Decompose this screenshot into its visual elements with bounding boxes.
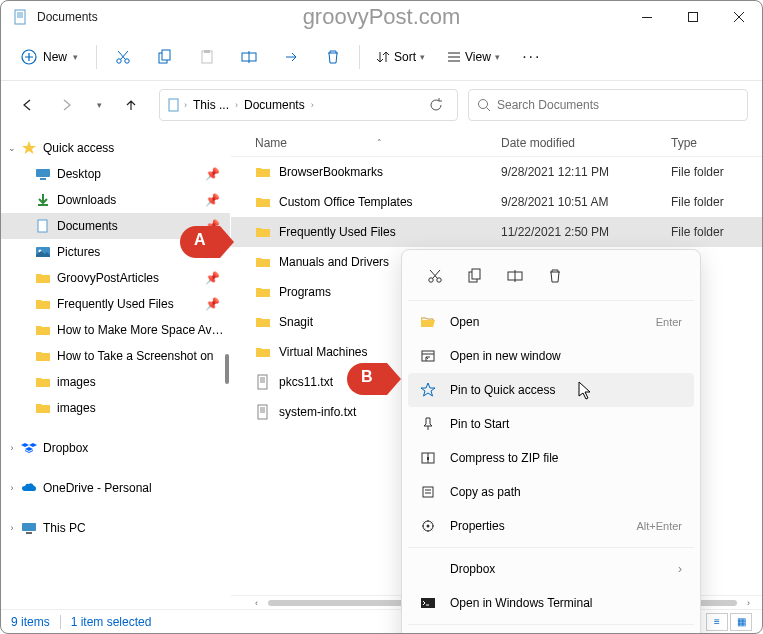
sidebar-item-frequently-used[interactable]: Frequently Used Files 📌 xyxy=(1,291,230,317)
sidebar-item-dropbox[interactable]: › Dropbox xyxy=(1,435,230,461)
scissors-icon xyxy=(427,268,443,284)
minimize-button[interactable] xyxy=(624,1,670,33)
ctx-pin-start[interactable]: Pin to Start xyxy=(408,407,694,441)
share-button[interactable] xyxy=(271,39,311,75)
address-bar[interactable]: › This ... › Documents › xyxy=(159,89,458,121)
search-input[interactable] xyxy=(497,98,739,112)
folder-icon xyxy=(255,284,271,300)
ctx-open[interactable]: Open Enter xyxy=(408,305,694,339)
more-button[interactable]: ··· xyxy=(512,39,552,75)
pin-icon xyxy=(420,416,436,432)
ctx-copy-path[interactable]: Copy as path xyxy=(408,475,694,509)
ctx-rename-button[interactable] xyxy=(496,260,534,292)
svg-rect-18 xyxy=(204,50,210,53)
ctx-open-new-window[interactable]: Open in new window xyxy=(408,339,694,373)
file-type: File folder xyxy=(671,225,762,239)
sidebar-item-groovypostarticles[interactable]: GroovyPostArticles 📌 xyxy=(1,265,230,291)
chevron-right-icon: › xyxy=(5,443,19,453)
ctx-dropbox-submenu[interactable]: Dropbox › xyxy=(408,552,694,586)
svg-rect-57 xyxy=(427,457,429,460)
ctx-show-more[interactable]: Show more options Shift+F10 xyxy=(408,629,694,634)
download-icon xyxy=(35,192,51,208)
ctx-delete-button[interactable] xyxy=(536,260,574,292)
desktop-icon xyxy=(35,166,51,182)
ctx-compress-zip[interactable]: Compress to ZIP file xyxy=(408,441,694,475)
pin-icon: 📌 xyxy=(205,219,220,233)
sort-button[interactable]: Sort ▾ xyxy=(366,44,435,70)
sidebar-item-pictures[interactable]: Pictures 📌 xyxy=(1,239,230,265)
breadcrumb-seg[interactable]: Documents xyxy=(240,98,309,112)
ctx-pin-quick-access[interactable]: Pin to Quick access xyxy=(408,373,694,407)
sort-icon xyxy=(376,50,390,64)
svg-rect-32 xyxy=(38,220,47,232)
refresh-button[interactable] xyxy=(421,98,451,112)
sidebar-item-quick-access[interactable]: ⌄ Quick access xyxy=(1,135,230,161)
file-row[interactable]: BrowserBookmarks9/28/2021 12:11 PMFile f… xyxy=(231,157,762,187)
sidebar-item-downloads[interactable]: Downloads 📌 xyxy=(1,187,230,213)
star-icon xyxy=(21,140,37,156)
sidebar-item-folder[interactable]: images xyxy=(1,395,230,421)
folder-icon xyxy=(255,164,271,180)
sidebar-item-documents[interactable]: Documents 📌 xyxy=(1,213,230,239)
large-icons-button[interactable]: ▦ xyxy=(730,613,752,631)
back-button[interactable] xyxy=(9,87,45,123)
sidebar-item-folder[interactable]: How to Make More Space Available xyxy=(1,317,230,343)
file-row[interactable]: Custom Office Templates9/28/2021 10:51 A… xyxy=(231,187,762,217)
ctx-open-terminal[interactable]: Open in Windows Terminal xyxy=(408,586,694,620)
pin-icon: 📌 xyxy=(205,245,220,259)
chevron-right-icon: › xyxy=(182,100,189,110)
file-name: BrowserBookmarks xyxy=(279,165,501,179)
svg-rect-63 xyxy=(421,598,435,608)
recent-button[interactable]: ▾ xyxy=(89,87,109,123)
up-button[interactable] xyxy=(113,87,149,123)
new-button[interactable]: New ▾ xyxy=(9,43,90,71)
sidebar-item-folder[interactable]: images xyxy=(1,369,230,395)
sidebar-item-thispc[interactable]: › This PC xyxy=(1,515,230,541)
chevron-down-icon: ▾ xyxy=(97,100,102,110)
splitter[interactable] xyxy=(224,129,230,609)
plus-circle-icon xyxy=(21,49,37,65)
chevron-right-icon: › xyxy=(233,100,240,110)
close-button[interactable] xyxy=(716,1,762,33)
col-header-date[interactable]: Date modified xyxy=(501,136,671,150)
folder-icon xyxy=(35,270,51,286)
forward-button[interactable] xyxy=(49,87,85,123)
rename-icon xyxy=(241,49,257,65)
window-icon xyxy=(420,348,436,364)
svg-rect-29 xyxy=(36,169,50,177)
breadcrumb-seg[interactable]: This ... xyxy=(189,98,233,112)
ctx-properties[interactable]: Properties Alt+Enter xyxy=(408,509,694,543)
ctx-copy-button[interactable] xyxy=(456,260,494,292)
file-row[interactable]: Frequently Used Files11/22/2021 2:50 PMF… xyxy=(231,217,762,247)
ctx-cut-button[interactable] xyxy=(416,260,454,292)
svg-point-27 xyxy=(479,100,488,109)
sidebar-item-folder[interactable]: How to Take a Screenshot on xyxy=(1,343,230,369)
file-date: 9/28/2021 12:11 PM xyxy=(501,165,671,179)
cut-button[interactable] xyxy=(103,39,143,75)
paste-button[interactable] xyxy=(187,39,227,75)
file-type: File folder xyxy=(671,195,762,209)
copy-path-icon xyxy=(420,484,436,500)
sidebar-item-desktop[interactable]: Desktop 📌 xyxy=(1,161,230,187)
folder-icon xyxy=(35,400,51,416)
chevron-right-icon: › xyxy=(309,100,316,110)
maximize-button[interactable] xyxy=(670,1,716,33)
svg-rect-36 xyxy=(26,532,32,534)
col-header-type[interactable]: Type xyxy=(671,136,762,150)
details-view-button[interactable]: ≡ xyxy=(706,613,728,631)
zip-icon xyxy=(420,450,436,466)
chevron-right-icon: › xyxy=(678,562,682,576)
rename-button[interactable] xyxy=(229,39,269,75)
delete-button[interactable] xyxy=(313,39,353,75)
view-button[interactable]: View ▾ xyxy=(437,44,510,70)
folder-icon xyxy=(35,322,51,338)
context-menu: Open Enter Open in new window Pin to Qui… xyxy=(401,249,701,634)
chevron-down-icon: ▾ xyxy=(420,52,425,62)
column-headers: Name˄ Date modified Type xyxy=(231,129,762,157)
sidebar-item-onedrive[interactable]: › OneDrive - Personal xyxy=(1,475,230,501)
text-file-icon xyxy=(255,404,271,420)
col-header-name[interactable]: Name˄ xyxy=(255,136,501,150)
search-box[interactable] xyxy=(468,89,748,121)
onedrive-icon xyxy=(21,480,37,496)
copy-button[interactable] xyxy=(145,39,185,75)
